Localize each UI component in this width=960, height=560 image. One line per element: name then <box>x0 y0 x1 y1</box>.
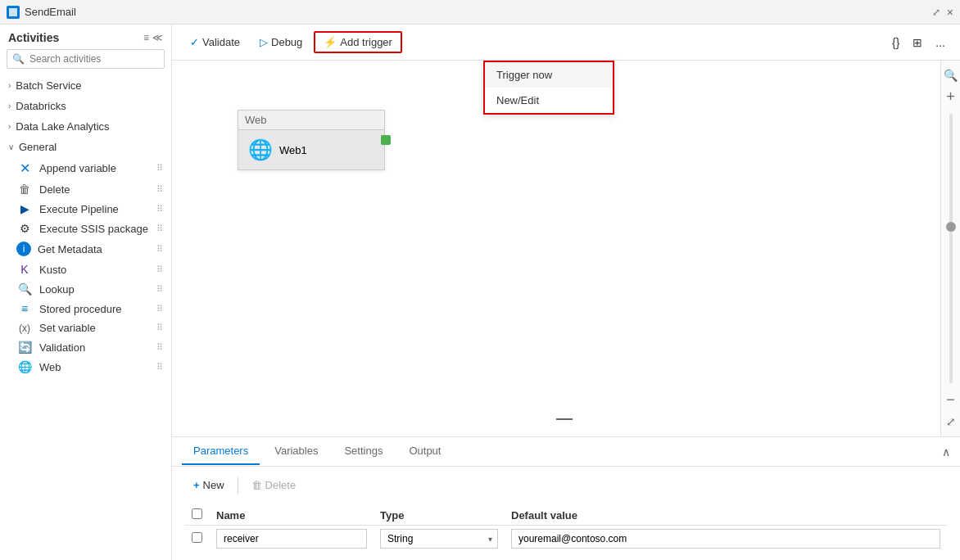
sidebar-item-general[interactable]: ∨ General <box>0 137 171 157</box>
delete-parameter-button[interactable]: 🗑 Delete <box>243 475 305 495</box>
node-connector[interactable] <box>381 135 391 145</box>
sidebar-collapse-button[interactable]: ≪ <box>152 32 163 43</box>
close-window-button[interactable]: × <box>947 6 953 19</box>
tab-variables-label: Variables <box>274 445 318 457</box>
param-default-value-input[interactable] <box>511 529 940 549</box>
sidebar-item-batch-service[interactable]: › Batch Service <box>0 75 171 96</box>
list-item-stored-procedure[interactable]: ≡ Stored procedure ⠿ <box>0 299 171 318</box>
activity-label: Execute Pipeline <box>39 203 119 215</box>
add-trigger-dropdown: Trigger now New/Edit <box>483 61 614 115</box>
execute-pipeline-icon: ▶ <box>16 202 33 215</box>
zoom-track <box>949 114 953 383</box>
debug-label: Debug <box>271 36 302 48</box>
list-item-delete[interactable]: 🗑 Delete ⠿ <box>0 179 171 199</box>
activity-label: Set variable <box>39 322 96 334</box>
drag-handle-icon: ⠿ <box>156 304 163 314</box>
checkmark-icon: ✓ <box>190 36 199 48</box>
new-edit-label: New/Edit <box>496 94 539 106</box>
zoom-in-button[interactable]: + <box>944 87 957 107</box>
list-item-append-variable[interactable]: ✕ Append variable ⠿ <box>0 157 171 179</box>
canvas-scrollbar: 🔍 + − ⤢ <box>940 61 960 436</box>
lookup-icon: 🔍 <box>16 282 33 296</box>
activity-label: Validation <box>39 341 85 354</box>
param-type-select[interactable]: String Bool Int Float Array Object Secur… <box>381 530 497 548</box>
list-item-validation[interactable]: 🔄 Validation ⠿ <box>0 337 171 357</box>
category-label: General <box>19 141 57 153</box>
activity-label: Stored procedure <box>39 303 121 315</box>
drag-handle-icon: ⠿ <box>156 224 163 234</box>
svg-rect-0 <box>9 8 17 16</box>
select-all-checkbox[interactable] <box>192 508 202 519</box>
chevron-right-icon: › <box>8 81 11 90</box>
app-logo <box>7 6 20 19</box>
bottom-panel: Parameters Variables Settings Output ∧ + <box>172 436 960 560</box>
more-options-button[interactable]: ... <box>931 32 950 53</box>
search-canvas-button[interactable]: 🔍 <box>942 67 959 84</box>
tab-parameters-label: Parameters <box>193 445 248 457</box>
default-value-column-header: Default value <box>505 505 947 526</box>
action-bar: + New 🗑 Delete <box>185 475 947 495</box>
play-icon: ▷ <box>260 36 268 48</box>
validate-button[interactable]: ✓ Validate <box>182 32 248 52</box>
web-node-header: Web <box>238 111 384 130</box>
new-edit-item[interactable]: New/Edit <box>485 88 613 113</box>
canvas-area[interactable]: Web 🌐 Web1 <box>172 61 940 436</box>
tab-output-label: Output <box>409 445 441 457</box>
new-parameter-button[interactable]: + New <box>185 475 233 495</box>
tab-settings[interactable]: Settings <box>333 438 394 465</box>
tab-parameters[interactable]: Parameters <box>182 438 260 465</box>
tab-output[interactable]: Output <box>397 438 452 465</box>
stored-procedure-icon: ≡ <box>16 302 33 315</box>
validation-icon: 🔄 <box>16 341 33 354</box>
content-area: ✓ Validate ▷ Debug ⚡ Add trigger {} ⊞ ..… <box>172 25 960 560</box>
set-variable-icon: (x) <box>16 323 33 334</box>
type-column-header: Type <box>374 505 505 526</box>
activity-label: Web <box>39 361 61 373</box>
sidebar-title: Activities <box>8 31 59 44</box>
drag-handle-icon: ⠿ <box>156 163 163 174</box>
trigger-now-item[interactable]: Trigger now <box>485 62 613 88</box>
param-name-input[interactable] <box>216 529 367 549</box>
add-trigger-label: Add trigger <box>340 36 392 48</box>
web-node-label: Web1 <box>279 144 307 156</box>
drag-handle-icon: ⠿ <box>156 284 163 295</box>
category-label: Data Lake Analytics <box>16 120 109 133</box>
activities-sidebar: Activities ≡ ≪ 🔍 › Batch Service › Datab… <box>0 25 172 560</box>
category-label: Batch Service <box>16 79 81 92</box>
list-item-lookup[interactable]: 🔍 Lookup ⠿ <box>0 279 171 299</box>
web-node-header-label: Web <box>245 114 267 126</box>
sidebar-item-data-lake[interactable]: › Data Lake Analytics <box>0 116 171 137</box>
expand-window-button[interactable]: ⤢ <box>932 7 940 18</box>
web-node[interactable]: Web 🌐 Web1 <box>238 110 385 170</box>
zoom-thumb[interactable] <box>946 222 956 232</box>
canvas-container: Web 🌐 Web1 🔍 + − <box>172 61 960 436</box>
search-input[interactable] <box>29 53 159 65</box>
drag-handle-icon: ⠿ <box>156 342 163 353</box>
sidebar-filter-button[interactable]: ≡ <box>143 32 149 43</box>
tab-variables[interactable]: Variables <box>263 438 329 465</box>
debug-button[interactable]: ▷ Debug <box>251 32 310 52</box>
row-checkbox[interactable] <box>192 532 202 543</box>
dataflow-button[interactable]: ⊞ <box>908 32 927 53</box>
collapse-panel-button[interactable]: ∧ <box>942 445 950 458</box>
list-item-web[interactable]: 🌐 Web ⠿ <box>0 357 171 377</box>
list-item-execute-ssis[interactable]: ⚙ Execute SSIS package ⠿ <box>0 219 171 238</box>
code-button[interactable]: {} <box>887 32 904 53</box>
tab-settings-label: Settings <box>344 445 383 457</box>
append-variable-icon: ✕ <box>16 160 33 176</box>
list-item-execute-pipeline[interactable]: ▶ Execute Pipeline ⠿ <box>0 199 171 219</box>
list-item-set-variable[interactable]: (x) Set variable ⠿ <box>0 318 171 337</box>
zoom-out-button[interactable]: − <box>944 390 957 410</box>
ssis-icon: ⚙ <box>16 222 33 235</box>
bottom-content: + New 🗑 Delete <box>172 467 960 560</box>
delete-icon: 🗑 <box>16 183 33 196</box>
list-item-get-metadata[interactable]: i Get Metadata ⠿ <box>0 238 171 260</box>
activity-label: Get Metadata <box>38 243 102 255</box>
fit-canvas-button[interactable]: ⤢ <box>944 413 958 430</box>
trigger-icon: ⚡ <box>324 36 337 48</box>
list-item-kusto[interactable]: K Kusto ⠿ <box>0 260 171 279</box>
chevron-right-icon: › <box>8 122 11 131</box>
drag-handle-icon: ⠿ <box>156 323 163 333</box>
add-trigger-button[interactable]: ⚡ Add trigger <box>314 31 402 53</box>
sidebar-item-databricks[interactable]: › Databricks <box>0 96 171 116</box>
